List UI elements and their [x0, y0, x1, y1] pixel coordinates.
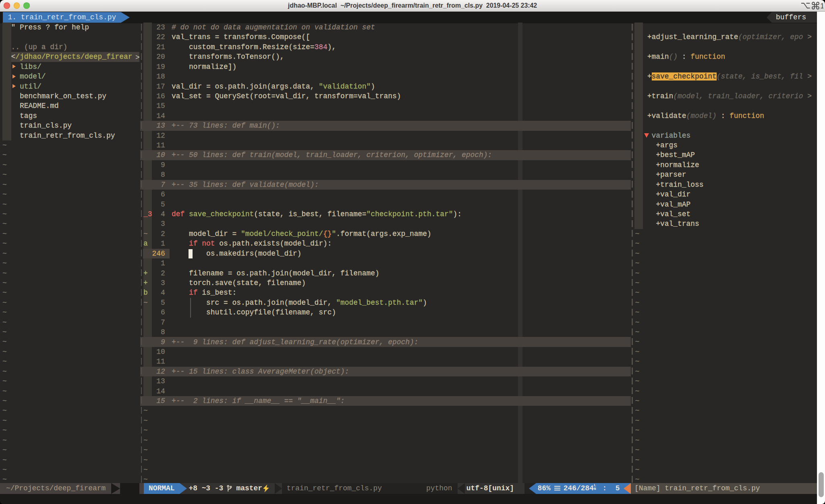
svg-text:1: 1 [820, 2, 823, 10]
